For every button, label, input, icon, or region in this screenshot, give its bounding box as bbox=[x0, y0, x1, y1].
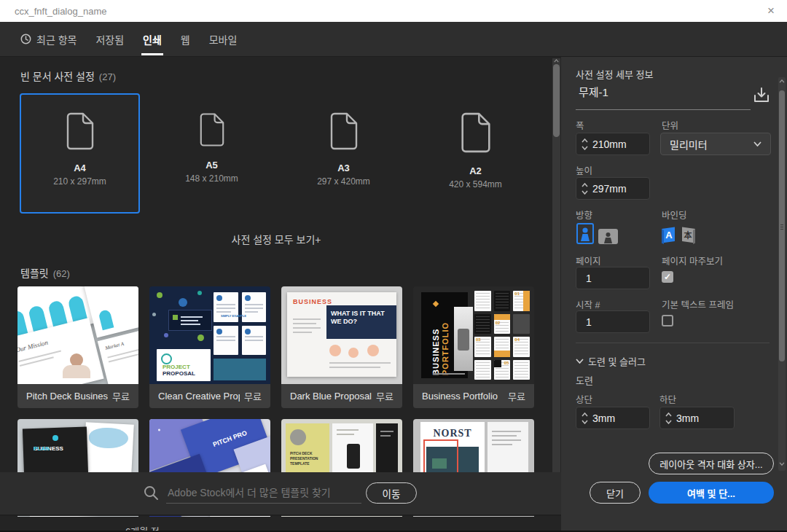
stepper-down-icon[interactable] bbox=[582, 146, 588, 150]
template-thumbnail: BUSINESS PORTFOLIO ​01 02 03 04 05 bbox=[413, 286, 534, 384]
pages-input[interactable] bbox=[576, 273, 644, 284]
template-thumbnail: BUSINESS WHAT IS IT THAT WE DO? bbox=[281, 286, 402, 384]
stepper-up-icon[interactable] bbox=[582, 412, 588, 417]
thumb-text: PITCH DECK PRESENTATION TEMPLATE bbox=[290, 451, 322, 466]
bleed-bottom-stepper[interactable] bbox=[660, 407, 676, 429]
tab-label: 인쇄 bbox=[143, 32, 162, 47]
dialog-title: ccx_fnft_dialog_name bbox=[15, 6, 106, 17]
thumb-text: BUSINESS bbox=[293, 298, 324, 305]
preset-dimensions: 148 x 210mm bbox=[152, 173, 272, 184]
margins-columns-button[interactable]: 여백 및 단... bbox=[649, 482, 774, 504]
template-caption: Dark Blue Proposal L... 무료 bbox=[281, 384, 402, 408]
search-icon bbox=[143, 485, 160, 501]
details-scrollbar[interactable] bbox=[778, 77, 786, 471]
scroll-down-icon[interactable] bbox=[779, 462, 785, 466]
scroll-up-icon[interactable] bbox=[554, 59, 559, 63]
section-divider bbox=[576, 343, 770, 343]
start-number-field[interactable] bbox=[576, 310, 650, 333]
orientation-portrait-icon[interactable] bbox=[576, 223, 594, 244]
details-title: 사전 설정 세부 정보 bbox=[576, 67, 654, 81]
stepper-down-icon[interactable] bbox=[665, 420, 672, 424]
close-icon[interactable]: × bbox=[762, 2, 780, 20]
width-input[interactable] bbox=[592, 138, 643, 150]
blank-presets-heading: 빈 문서 사전 설정(27) bbox=[20, 69, 116, 83]
view-all-presets-link[interactable]: 사전 설정 모두 보기+ bbox=[0, 232, 552, 246]
bleed-top-stepper[interactable] bbox=[576, 407, 592, 429]
binding-left-icon[interactable]: A bbox=[659, 226, 677, 244]
stock-search-bar: 이동 bbox=[0, 472, 561, 516]
facing-pages-checkbox[interactable]: ✓ bbox=[662, 271, 673, 283]
bleed-top-label: 상단 bbox=[576, 392, 592, 406]
details-scrollbar-thumb[interactable] bbox=[779, 90, 785, 361]
tab-label: 모바일 bbox=[209, 32, 238, 47]
preset-details-panel: 사전 설정 세부 정보 폭 단위 밀리미터 높이 방향 바인딩 bbox=[561, 57, 787, 532]
primary-text-frame-checkbox[interactable] bbox=[662, 315, 673, 326]
tab-label: 저장됨 bbox=[95, 32, 124, 47]
tab-saved[interactable]: 저장됨 bbox=[95, 22, 124, 56]
unit-label: 단위 bbox=[662, 118, 678, 132]
bleed-bottom-label: 하단 bbox=[659, 392, 676, 406]
document-name-input[interactable] bbox=[577, 85, 753, 98]
preset-a3[interactable]: A3 297 x 420mm bbox=[283, 93, 404, 214]
thumb-text: SIMPLY EXAMPLE bbox=[221, 314, 246, 318]
template-card-clean-creative[interactable]: SIMPLY EXAMPLE PROJECT PROPOSAL Clean Cr… bbox=[149, 286, 270, 408]
template-card-dark-blue-proposal[interactable]: BUSINESS WHAT IS IT THAT WE DO? Dark Blu… bbox=[281, 286, 402, 408]
thumb-text: PLAN bbox=[34, 445, 50, 452]
scroll-up-icon[interactable] bbox=[779, 79, 785, 83]
stepper-up-icon[interactable] bbox=[582, 183, 588, 187]
height-field[interactable] bbox=[576, 177, 650, 200]
bleed-bottom-input[interactable] bbox=[676, 412, 727, 424]
document-icon bbox=[66, 112, 94, 150]
tab-label: 웹 bbox=[181, 32, 190, 47]
thumb-text: PROPOSAL bbox=[163, 370, 195, 377]
template-name: Dark Blue Proposal L... bbox=[290, 391, 372, 402]
width-field[interactable] bbox=[576, 133, 650, 155]
tab-print[interactable]: 인쇄 bbox=[143, 22, 162, 56]
tab-recent[interactable]: 최근 항목 bbox=[20, 22, 77, 56]
stepper-up-icon[interactable] bbox=[582, 138, 588, 143]
layout-grid-dialog-button[interactable]: 레이아웃 격자 대화 상자... bbox=[649, 453, 774, 474]
primary-text-frame-label: 기본 텍스트 프레임 bbox=[662, 297, 734, 311]
download-preset-icon[interactable] bbox=[752, 86, 771, 105]
unit-dropdown[interactable]: 밀리미터 bbox=[660, 133, 771, 155]
thumb-text: 02 bbox=[496, 321, 501, 325]
main-scrollbar-thumb[interactable] bbox=[553, 64, 560, 137]
bleed-slug-section-toggle[interactable]: 도련 및 슬러그 bbox=[576, 354, 646, 368]
template-caption: Business Portfolio 무료 bbox=[413, 384, 534, 408]
bleed-top-input[interactable] bbox=[592, 412, 643, 424]
preset-dimensions: 210 x 297mm bbox=[21, 176, 138, 187]
preset-dimensions: 297 x 420mm bbox=[283, 176, 404, 187]
tab-mobile[interactable]: 모바일 bbox=[209, 22, 238, 56]
search-go-button[interactable]: 이동 bbox=[366, 482, 417, 504]
preset-a4[interactable]: A4 210 x 297mm bbox=[20, 93, 140, 214]
height-label: 높이 bbox=[576, 163, 592, 177]
orientation-landscape-icon[interactable] bbox=[598, 229, 618, 244]
template-thumbnail: SIMPLY EXAMPLE PROJECT PROPOSAL bbox=[149, 286, 270, 384]
tab-web[interactable]: 웹 bbox=[181, 22, 190, 56]
main-scrollbar[interactable] bbox=[552, 58, 560, 472]
preset-a5[interactable]: A5 148 x 210mm bbox=[152, 93, 272, 214]
blank-presets-count: (27) bbox=[99, 71, 116, 82]
thumb-text: WHAT IS IT THAT WE DO? bbox=[326, 305, 396, 339]
close-button[interactable]: 닫기 bbox=[590, 482, 641, 504]
stock-search-input[interactable] bbox=[166, 482, 361, 504]
template-card-pitch-deck[interactable]: Business Goal Our Mission Market A Pitch… bbox=[17, 286, 138, 408]
bleed-top-field[interactable] bbox=[576, 407, 650, 429]
bleed-bottom-field[interactable] bbox=[659, 407, 735, 429]
stepper-down-icon[interactable] bbox=[582, 420, 588, 424]
tab-bar: 최근 항목 저장됨 인쇄 웹 모바일 bbox=[0, 22, 787, 57]
stepper-up-icon[interactable] bbox=[665, 412, 672, 417]
main-content: 빈 문서 사전 설정(27) A4 210 x 297mm A5 148 x 2… bbox=[0, 57, 561, 532]
template-caption: Clean Creative Propo... 무료 bbox=[149, 384, 270, 408]
unit-value: 밀리미터 bbox=[670, 137, 708, 152]
width-stepper[interactable] bbox=[576, 133, 592, 154]
preset-a2[interactable]: A2 420 x 594mm bbox=[415, 93, 536, 214]
stepper-down-icon[interactable] bbox=[582, 190, 588, 195]
start-number-input[interactable] bbox=[576, 316, 644, 328]
height-stepper[interactable] bbox=[576, 178, 592, 199]
height-input[interactable] bbox=[592, 183, 643, 195]
binding-right-icon[interactable]: 本 bbox=[680, 226, 697, 244]
pages-field[interactable] bbox=[576, 267, 650, 289]
preset-dimensions: 420 x 594mm bbox=[415, 179, 536, 189]
template-card-business-portfolio[interactable]: BUSINESS PORTFOLIO ​01 02 03 04 05 bbox=[413, 286, 534, 408]
